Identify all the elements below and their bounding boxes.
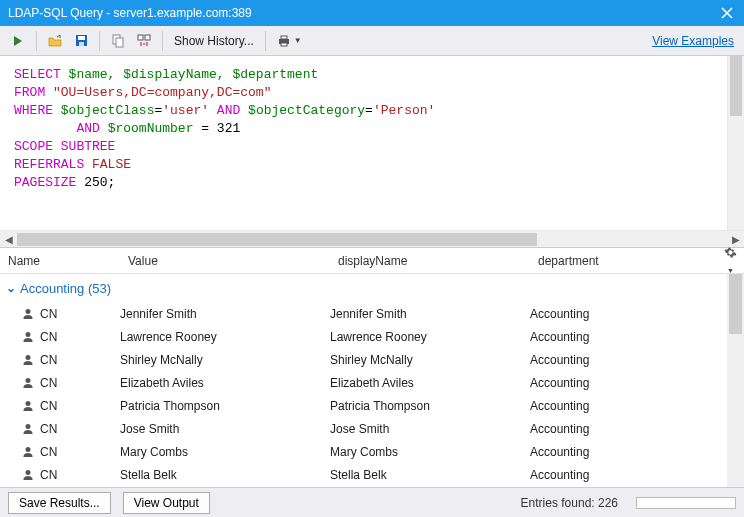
cell-name: CN — [40, 422, 57, 436]
column-header-department[interactable]: department — [530, 254, 724, 268]
table-row[interactable]: CNJennifer SmithJennifer SmithAccounting — [0, 302, 744, 325]
cell-displayname: Lawrence Rooney — [330, 330, 530, 344]
group-header-accounting[interactable]: ⌄ Accounting (53) — [0, 274, 744, 302]
column-header-value[interactable]: Value — [120, 254, 330, 268]
separator — [265, 31, 266, 51]
table-row[interactable]: CNStella BelkStella BelkAccounting — [0, 463, 744, 486]
person-icon — [22, 469, 34, 481]
cell-name: CN — [40, 307, 57, 321]
cell-value: Jose Smith — [120, 422, 330, 436]
progress-bar — [636, 497, 736, 509]
copy-icon — [111, 34, 125, 48]
cell-name: CN — [40, 330, 57, 344]
titlebar: LDAP-SQL Query - server1.example.com:389 — [0, 0, 744, 26]
window-title: LDAP-SQL Query - server1.example.com:389 — [8, 6, 718, 20]
scroll-left-arrow[interactable]: ◀ — [0, 231, 17, 248]
person-icon — [22, 423, 34, 435]
cell-department: Accounting — [530, 399, 744, 413]
cell-displayname: Mary Combs — [330, 445, 530, 459]
cell-displayname: Elizabeth Aviles — [330, 376, 530, 390]
cell-value: Jennifer Smith — [120, 307, 330, 321]
results-header: Name Value displayName department ▼ — [0, 248, 744, 274]
cell-value: Patricia Thompson — [120, 399, 330, 413]
person-icon — [22, 308, 34, 320]
svg-rect-5 — [138, 35, 143, 40]
results-body: ⌄ Accounting (53) CNJennifer SmithJennif… — [0, 274, 744, 487]
column-header-displayname[interactable]: displayName — [330, 254, 530, 268]
query-editor-wrap: SELECT $name, $displayName, $department … — [0, 56, 744, 230]
results-panel: Name Value displayName department ▼ ⌄ Ac… — [0, 247, 744, 487]
query-editor[interactable]: SELECT $name, $displayName, $department … — [0, 56, 744, 230]
table-row[interactable]: CNJose SmithJose SmithAccounting — [0, 417, 744, 440]
scrollbar-thumb[interactable] — [17, 233, 537, 246]
view-output-button[interactable]: View Output — [123, 492, 210, 514]
table-row[interactable]: CNMary CombsMary CombsAccounting — [0, 440, 744, 463]
table-row[interactable]: CNAlbert MooreAlbert MooreAccounting — [0, 486, 744, 487]
table-row[interactable]: CNLawrence RooneyLawrence RooneyAccounti… — [0, 325, 744, 348]
person-icon — [22, 377, 34, 389]
table-row[interactable]: CNElizabeth AvilesElizabeth AvilesAccoun… — [0, 371, 744, 394]
person-icon — [22, 446, 34, 458]
cell-displayname: Jennifer Smith — [330, 307, 530, 321]
editor-vertical-scrollbar[interactable] — [727, 56, 744, 230]
view-examples-link[interactable]: View Examples — [652, 34, 738, 48]
format-icon — [137, 34, 151, 48]
gear-icon — [724, 246, 737, 259]
scrollbar-thumb[interactable] — [729, 274, 742, 334]
cell-department: Accounting — [530, 307, 744, 321]
cell-department: Accounting — [530, 468, 744, 482]
show-history-label: Show History... — [174, 34, 254, 48]
format-sql-button[interactable] — [132, 29, 156, 53]
save-icon — [75, 34, 88, 47]
cell-displayname: Shirley McNally — [330, 353, 530, 367]
cell-displayname: Patricia Thompson — [330, 399, 530, 413]
footer: Save Results... View Output Entries foun… — [0, 487, 744, 517]
print-icon — [277, 34, 291, 48]
svg-rect-2 — [79, 42, 84, 46]
cell-displayname: Jose Smith — [330, 422, 530, 436]
show-history-button[interactable]: Show History... — [169, 29, 259, 53]
cell-department: Accounting — [530, 353, 744, 367]
save-button[interactable] — [69, 29, 93, 53]
copy-query-button[interactable] — [106, 29, 130, 53]
cell-value: Elizabeth Aviles — [120, 376, 330, 390]
cell-value: Shirley McNally — [120, 353, 330, 367]
run-button[interactable] — [6, 29, 30, 53]
separator — [99, 31, 100, 51]
cell-value: Stella Belk — [120, 468, 330, 482]
print-button[interactable]: ▼ — [272, 29, 307, 53]
group-label: Accounting (53) — [20, 281, 111, 296]
chevron-down-icon: ▼ — [727, 267, 734, 274]
cell-department: Accounting — [530, 330, 744, 344]
person-icon — [22, 400, 34, 412]
cell-name: CN — [40, 353, 57, 367]
person-icon — [22, 354, 34, 366]
column-header-name[interactable]: Name — [0, 254, 120, 268]
cell-department: Accounting — [530, 376, 744, 390]
toolbar: Show History... ▼ View Examples — [0, 26, 744, 56]
column-settings-button[interactable]: ▼ — [724, 246, 744, 276]
svg-rect-9 — [281, 43, 287, 46]
results-vertical-scrollbar[interactable] — [727, 274, 744, 487]
cell-name: CN — [40, 445, 57, 459]
person-icon — [22, 331, 34, 343]
table-row[interactable]: CNShirley McNallyShirley McNallyAccounti… — [0, 348, 744, 371]
cell-displayname: Stella Belk — [330, 468, 530, 482]
svg-rect-1 — [78, 36, 85, 40]
editor-horizontal-scrollbar[interactable]: ◀ ▶ — [0, 230, 744, 247]
cell-value: Lawrence Rooney — [120, 330, 330, 344]
close-button[interactable] — [718, 4, 736, 22]
svg-rect-8 — [281, 36, 287, 39]
collapse-icon: ⌄ — [6, 281, 16, 295]
table-row[interactable]: CNPatricia ThompsonPatricia ThompsonAcco… — [0, 394, 744, 417]
cell-name: CN — [40, 376, 57, 390]
cell-department: Accounting — [530, 445, 744, 459]
scrollbar-thumb[interactable] — [730, 56, 742, 116]
save-results-button[interactable]: Save Results... — [8, 492, 111, 514]
svg-rect-4 — [116, 38, 123, 47]
cell-name: CN — [40, 468, 57, 482]
cell-department: Accounting — [530, 422, 744, 436]
scrollbar-track[interactable] — [17, 231, 727, 248]
open-button[interactable] — [43, 29, 67, 53]
folder-open-icon — [48, 34, 62, 48]
